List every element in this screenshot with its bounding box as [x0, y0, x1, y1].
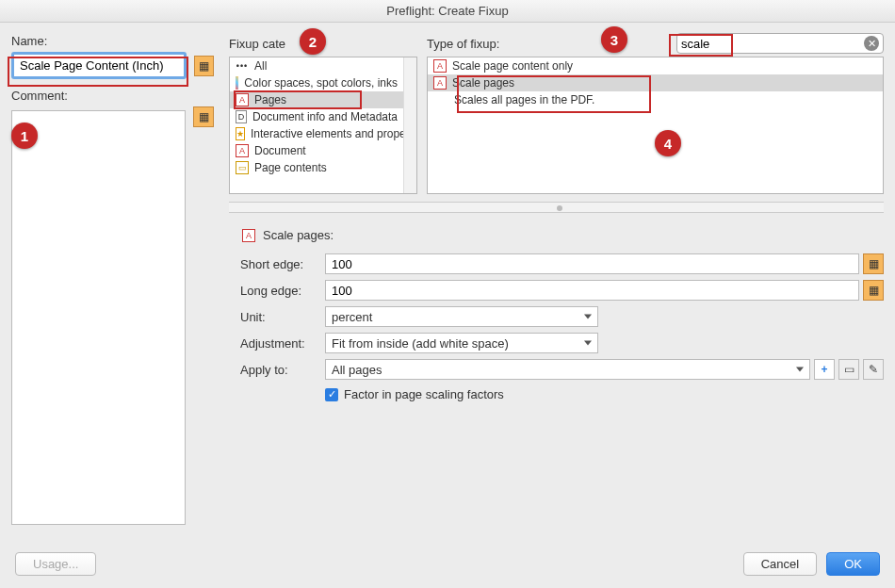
- apply-to-select[interactable]: All pages: [325, 359, 810, 380]
- cancel-button[interactable]: Cancel: [743, 552, 817, 576]
- unit-select[interactable]: percent: [325, 306, 598, 327]
- fixup-type-description: Scales all pages in the PDF.: [428, 91, 883, 108]
- category-item[interactable]: ★Interactive elements and proper: [230, 125, 403, 142]
- splitter[interactable]: [229, 202, 884, 213]
- category-item-label: Pages: [254, 93, 286, 106]
- name-var-button[interactable]: ▦: [194, 56, 214, 76]
- calendar-icon: ▦: [199, 59, 209, 73]
- fixup-type-item[interactable]: AScale page content only: [428, 57, 883, 74]
- long-edge-var-button[interactable]: ▦: [863, 280, 884, 301]
- long-edge-input[interactable]: [325, 280, 859, 301]
- callout-4: 4: [655, 130, 681, 156]
- duplicate-button[interactable]: ▭: [838, 359, 859, 380]
- factor-checkbox[interactable]: ✓: [325, 388, 338, 401]
- category-item-label: All: [254, 59, 267, 73]
- category-item-label: Color spaces, spot colors, inks: [244, 76, 398, 90]
- clear-search-icon[interactable]: ✕: [864, 36, 879, 51]
- doc-icon: D: [236, 110, 247, 123]
- callout-2: 2: [300, 28, 326, 55]
- comment-var-button[interactable]: ▦: [193, 106, 214, 127]
- comment-textarea[interactable]: [11, 110, 186, 525]
- search-field[interactable]: ✕: [676, 33, 884, 54]
- calendar-icon: ▦: [869, 284, 879, 297]
- right-area: Fixup cate •••AllColor spaces, spot colo…: [229, 34, 884, 535]
- left-column: Name: ▦ Comment: ▦: [11, 34, 214, 535]
- calendar-icon: ▦: [199, 110, 209, 123]
- category-panel: Fixup cate •••AllColor spaces, spot colo…: [229, 34, 417, 194]
- fixup-type-panel: Type of fixup: ✕ AScale page content onl…: [427, 34, 884, 194]
- pdf-icon: A: [242, 229, 255, 242]
- category-item-label: Document: [254, 144, 306, 157]
- pdf-icon: A: [433, 76, 447, 90]
- category-item[interactable]: •••All: [230, 57, 403, 74]
- short-edge-label: Short edge:: [240, 257, 325, 271]
- copy-icon: ▭: [844, 363, 854, 376]
- unit-label: Unit:: [240, 310, 325, 324]
- category-label: Fixup cate: [229, 37, 285, 51]
- color-icon: [236, 76, 238, 90]
- long-edge-label: Long edge:: [240, 284, 325, 298]
- search-input[interactable]: [681, 37, 864, 51]
- short-edge-var-button[interactable]: ▦: [863, 253, 884, 274]
- pdf-icon: A: [236, 93, 249, 106]
- cont-icon: ▭: [236, 161, 249, 174]
- comment-label: Comment:: [11, 89, 214, 103]
- pdf-icon: A: [236, 144, 249, 157]
- button-bar: Usage... Cancel OK: [0, 547, 895, 581]
- adjustment-select[interactable]: Fit from inside (add white space): [325, 333, 598, 353]
- name-label: Name:: [11, 34, 214, 48]
- callout-1: 1: [11, 122, 38, 149]
- int-icon: ★: [236, 127, 245, 140]
- short-edge-input[interactable]: [325, 253, 859, 274]
- pencil-icon: ✎: [869, 363, 878, 376]
- add-button[interactable]: +: [814, 359, 835, 380]
- factor-label: Factor in page scaling factors: [344, 387, 504, 401]
- section-title: Scale pages:: [263, 228, 334, 242]
- category-item[interactable]: APages: [230, 91, 403, 108]
- usage-button[interactable]: Usage...: [15, 552, 96, 576]
- category-item[interactable]: DDocument info and Metadata: [230, 108, 403, 125]
- category-list[interactable]: •••AllColor spaces, spot colors, inksAPa…: [229, 57, 417, 194]
- category-item[interactable]: ▭Page contents: [230, 159, 403, 176]
- plus-icon: +: [821, 363, 827, 376]
- fixup-type-item[interactable]: AScale pages: [428, 74, 883, 91]
- category-item-label: Document info and Metadata: [252, 110, 398, 123]
- fixup-type-item-label: Scale page content only: [452, 59, 573, 73]
- name-input[interactable]: [11, 52, 187, 79]
- fixup-type-list[interactable]: AScale page content onlyAScale pagesScal…: [427, 57, 884, 194]
- grip-icon: [557, 205, 562, 211]
- edit-button[interactable]: ✎: [863, 359, 884, 380]
- window-title: Preflight: Create Fixup: [0, 0, 895, 23]
- category-item-label: Page contents: [254, 161, 327, 174]
- pdf-icon: A: [433, 59, 447, 73]
- dialog-body: Name: ▦ Comment: ▦ Fixup cate •••AllColo…: [0, 23, 895, 547]
- options-section: A Scale pages: Short edge: ▦ Long edge: …: [229, 224, 884, 401]
- fixup-type-label: Type of fixup:: [427, 37, 499, 51]
- apply-to-label: Apply to:: [240, 363, 325, 377]
- adjustment-label: Adjustment:: [240, 336, 325, 351]
- scrollbar[interactable]: [403, 57, 416, 193]
- fixup-type-item-label: Scale pages: [452, 76, 514, 90]
- category-item-label: Interactive elements and proper: [251, 127, 403, 140]
- ok-button[interactable]: OK: [826, 552, 880, 576]
- dots-icon: •••: [236, 59, 249, 73]
- category-item[interactable]: ADocument: [230, 142, 403, 159]
- calendar-icon: ▦: [869, 257, 879, 270]
- callout-3: 3: [601, 26, 627, 53]
- category-item[interactable]: Color spaces, spot colors, inks: [230, 74, 403, 91]
